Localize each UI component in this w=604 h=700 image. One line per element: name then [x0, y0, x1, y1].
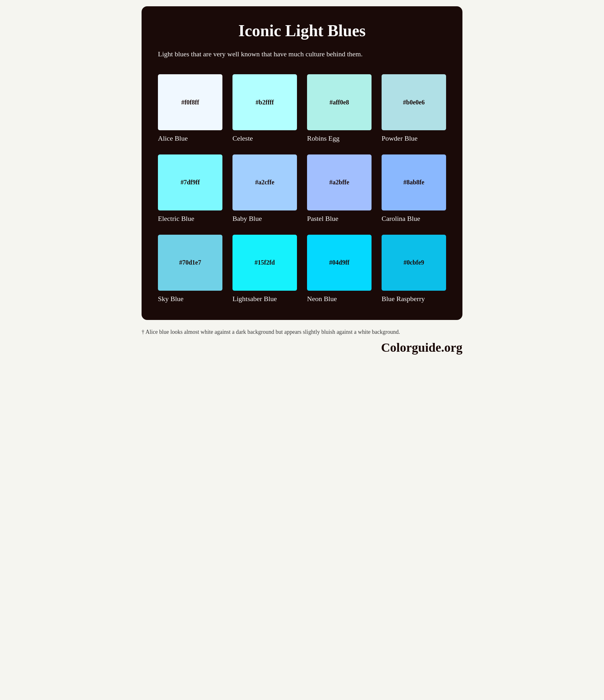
color-item: #f0f8ffAlice Blue	[158, 74, 222, 143]
color-item: #8ab8feCarolina Blue	[382, 154, 446, 223]
color-swatch: #aff0e8	[307, 74, 372, 130]
color-swatch: #04d9ff	[307, 235, 372, 291]
page-wrapper: Iconic Light Blues Light blues that are …	[142, 6, 462, 355]
color-swatch: #b0e0e6	[382, 74, 446, 130]
color-item: #b2ffffCeleste	[232, 74, 297, 143]
color-name-label: Robins Egg	[307, 134, 372, 143]
footer-note: † Alice blue looks almost white against …	[142, 327, 462, 336]
color-name-label: Baby Blue	[232, 214, 297, 223]
color-item: #b0e0e6Powder Blue	[382, 74, 446, 143]
color-item: #04d9ffNeon Blue	[307, 235, 372, 304]
color-item: #a2cffeBaby Blue	[232, 154, 297, 223]
color-hex-label: #a2cffe	[255, 179, 274, 186]
color-item: #7df9ffElectric Blue	[158, 154, 222, 223]
color-hex-label: #15f2fd	[254, 259, 275, 266]
color-swatch: #a2cffe	[232, 154, 297, 210]
color-hex-label: #7df9ff	[181, 179, 200, 186]
color-name-label: Sky Blue	[158, 295, 222, 304]
color-name-label: Pastel Blue	[307, 214, 372, 223]
color-swatch: #a2bffe	[307, 154, 372, 210]
color-item: #15f2fdLightsaber Blue	[232, 235, 297, 304]
color-swatch: #f0f8ff	[158, 74, 222, 130]
color-swatch: #8ab8fe	[382, 154, 446, 210]
color-swatch: #15f2fd	[232, 235, 297, 291]
color-name-label: Blue Raspberry	[382, 295, 446, 304]
color-swatch: #7df9ff	[158, 154, 222, 210]
color-name-label: Electric Blue	[158, 214, 222, 223]
color-name-label: Alice Blue	[158, 134, 222, 143]
color-hex-label: #a2bffe	[329, 179, 349, 186]
brand: Colorguide.org	[142, 340, 462, 355]
color-hex-label: #70d1e7	[179, 259, 201, 266]
color-hex-label: #0cbfe9	[404, 259, 424, 266]
main-card: Iconic Light Blues Light blues that are …	[142, 6, 462, 320]
color-item: #0cbfe9Blue Raspberry	[382, 235, 446, 304]
page-title: Iconic Light Blues	[158, 21, 446, 40]
color-hex-label: #b0e0e6	[403, 99, 425, 106]
color-item: #70d1e7Sky Blue	[158, 235, 222, 304]
color-hex-label: #f0f8ff	[181, 99, 199, 106]
color-hex-label: #aff0e8	[329, 99, 349, 106]
color-name-label: Carolina Blue	[382, 214, 446, 223]
color-hex-label: #8ab8fe	[403, 179, 424, 186]
color-name-label: Neon Blue	[307, 295, 372, 304]
color-hex-label: #04d9ff	[329, 259, 349, 266]
color-name-label: Powder Blue	[382, 134, 446, 143]
color-hex-label: #b2ffff	[256, 99, 274, 106]
color-swatch: #70d1e7	[158, 235, 222, 291]
color-name-label: Celeste	[232, 134, 297, 143]
color-grid: #f0f8ffAlice Blue#b2ffffCeleste#aff0e8Ro…	[158, 74, 446, 304]
color-item: #aff0e8Robins Egg	[307, 74, 372, 143]
description: Light blues that are very well known tha…	[158, 49, 446, 59]
color-swatch: #b2ffff	[232, 74, 297, 130]
color-item: #a2bffePastel Blue	[307, 154, 372, 223]
color-name-label: Lightsaber Blue	[232, 295, 297, 304]
color-swatch: #0cbfe9	[382, 235, 446, 291]
